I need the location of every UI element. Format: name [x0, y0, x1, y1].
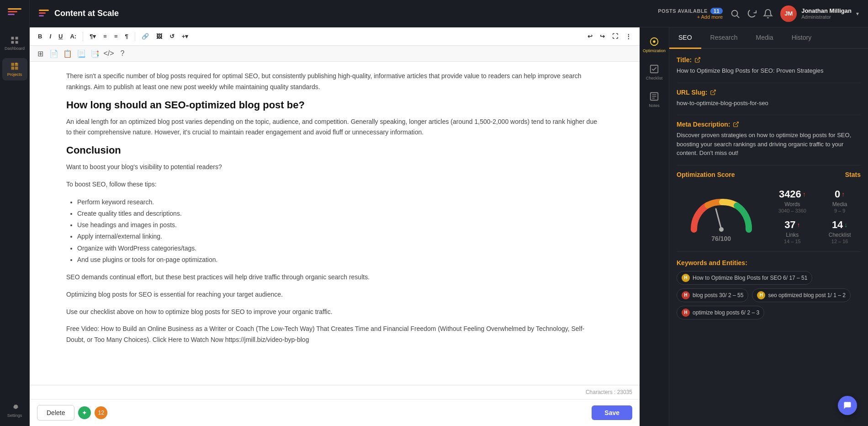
refresh-icon[interactable] [746, 9, 757, 19]
doc-icon-4[interactable]: 📑 [90, 48, 100, 59]
pilcrow-button[interactable]: ¶ [122, 31, 131, 42]
seo-divider-2 [677, 115, 861, 115]
right-panel: Optimization Checklist Notes SEO Researc… [640, 27, 868, 426]
seo-divider-3 [677, 165, 861, 165]
panel-sidebar-optimization[interactable]: Optimization [642, 32, 667, 58]
slug-external-link-icon[interactable] [710, 89, 716, 96]
sidebar-item-settings[interactable]: Settings [2, 399, 27, 421]
doc-icon-1[interactable]: 📄 [49, 48, 59, 59]
tab-history[interactable]: History [783, 27, 821, 49]
logo-icon [8, 8, 21, 19]
redo-button[interactable]: ↺ [167, 31, 177, 42]
keyword-badge-3: H [757, 291, 765, 299]
bullet-3: Use headings and images in posts. [77, 219, 603, 231]
checklist-value: 14 ↓ [819, 219, 861, 231]
sidebar-item-projects[interactable]: Projects [2, 58, 27, 80]
undo-button[interactable]: ↩ [585, 31, 595, 42]
topbar-logo-icon [39, 10, 49, 18]
keyword-tag-2[interactable]: H blog posts 30/ 2 – 55 [677, 288, 748, 302]
delete-button[interactable]: Delete [37, 405, 74, 421]
image-button[interactable]: 🖼 [153, 31, 165, 42]
floating-icons: ✦ 12 [78, 406, 107, 419]
keyword-tag-4[interactable]: H optimize blog posts 6/ 2 – 3 [677, 306, 764, 320]
keyword-badge-1: H [682, 274, 690, 282]
bullet-2: Create quality titles and descriptions. [77, 208, 603, 219]
optimization-icon [649, 37, 659, 47]
more-button[interactable]: ⋮ [623, 31, 634, 42]
keyword-text-1: How to Optimize Blog Posts for SEO 6/ 17… [693, 275, 807, 281]
media-value: 0 ↑ [819, 188, 861, 200]
sidebar-item-dashboard-label: Dashboard [5, 46, 25, 51]
chat-fab[interactable] [838, 396, 857, 415]
bullet-5: Organize with WordPress categories/tags. [77, 243, 603, 254]
panel-sidebar-checklist[interactable]: Checklist [642, 59, 667, 85]
seo-meta-value: Discover proven strategies on how to opt… [677, 131, 861, 158]
save-button[interactable]: Save [592, 405, 632, 420]
seo-title-value: How to Optimize Blog Posts for SEO: Prov… [677, 66, 861, 75]
doc-icon-3[interactable]: 📃 [76, 48, 86, 59]
links-value: 37 ↑ [772, 219, 814, 231]
projects-icon [10, 62, 19, 71]
grid-icon[interactable]: ⊞ [35, 48, 45, 59]
panel-main: SEO Research Media History Title: How to… [669, 27, 868, 426]
align-left-button[interactable]: ≡ [101, 31, 110, 42]
stat-links: 37 ↑ Links 14 – 15 [772, 219, 814, 244]
sidebar-item-dashboard[interactable]: Dashboard [2, 32, 27, 54]
posts-available-top: POSTS AVAILABLE 11 [658, 8, 723, 14]
tab-research[interactable]: Research [701, 27, 747, 49]
bullet-list: Perform keyword research. Create quality… [77, 197, 603, 266]
svg-point-5 [732, 10, 738, 16]
seo-title-label: Title: [677, 56, 861, 64]
seo-slug-value: how-to-optimize-blog-posts-for-seo [677, 99, 861, 108]
seo-meta-field: Meta Description: Discover proven strate… [677, 121, 861, 158]
svg-rect-2 [11, 41, 14, 44]
seo-divider-4 [677, 251, 861, 252]
user-details: Jonathan Milligan Administrator [801, 7, 852, 20]
gauge-svg [685, 188, 758, 234]
add-more-link[interactable]: + Add more [697, 14, 723, 20]
keyword-tag-1[interactable]: H How to Optimize Blog Posts for SEO 6/ … [677, 271, 812, 285]
sidebar-item-projects-label: Projects [7, 72, 22, 77]
score-section: Optimization Score Stats [677, 171, 861, 244]
heading-2-2: Conclusion [66, 144, 603, 156]
plus-button[interactable]: +▾ [179, 31, 191, 42]
svg-line-14 [716, 209, 721, 229]
search-icon[interactable] [730, 9, 740, 19]
para-2: An ideal length for an optimized blog po… [66, 117, 603, 138]
editor-content[interactable]: There isn't a specific number of blog po… [30, 62, 640, 385]
redo2-button[interactable]: ↪ [597, 31, 608, 42]
keywords-grid: H How to Optimize Blog Posts for SEO 6/ … [677, 271, 861, 320]
keyword-badge-4: H [682, 309, 690, 317]
ai-assist-icon[interactable]: ✦ [78, 406, 91, 419]
external-link-icon[interactable] [694, 57, 701, 63]
user-info[interactable]: JM Jonathan Milligan Administrator ▾ [780, 5, 859, 22]
left-sidebar: Dashboard Projects Settings [0, 0, 30, 426]
font-size-button[interactable]: A: [67, 31, 79, 42]
panel-sidebar: Optimization Checklist Notes [640, 27, 669, 426]
italic-button[interactable]: I [47, 31, 54, 42]
code-icon[interactable]: </> [104, 48, 114, 59]
para-3: Want to boost your blog's visibility to … [66, 162, 603, 173]
doc-icon-2[interactable]: 📋 [63, 48, 73, 59]
fullscreen-button[interactable]: ⛶ [609, 31, 621, 42]
toolbar-sep-1 [83, 32, 83, 41]
svg-point-8 [653, 40, 656, 43]
question-icon[interactable]: ? [117, 48, 127, 59]
underline-button[interactable]: U [56, 31, 65, 42]
link-button[interactable]: 🔗 [139, 31, 152, 42]
words-label: Words [772, 201, 814, 208]
meta-external-link-icon[interactable] [733, 121, 739, 128]
align-center-button[interactable]: ≡ [111, 31, 121, 42]
panel-sidebar-notes[interactable]: Notes [642, 87, 667, 112]
bell-icon[interactable] [763, 9, 773, 19]
tab-seo[interactable]: SEO [669, 27, 701, 49]
tab-media[interactable]: Media [747, 27, 783, 49]
notification-icon[interactable]: 12 [95, 406, 107, 419]
chevron-down-icon: ▾ [856, 11, 859, 17]
sidebar-nav: Dashboard Projects Settings [2, 32, 27, 421]
bold-button[interactable]: B [35, 31, 45, 42]
paragraph-button[interactable]: ¶▾ [87, 31, 99, 42]
keyword-tag-3[interactable]: H seo optimized blog post 1/ 1 – 2 [752, 288, 850, 302]
posts-available: POSTS AVAILABLE 11 + Add more [658, 8, 723, 20]
editor-secondary-bar: ⊞ 📄 📋 📃 📑 </> ? [30, 46, 640, 62]
